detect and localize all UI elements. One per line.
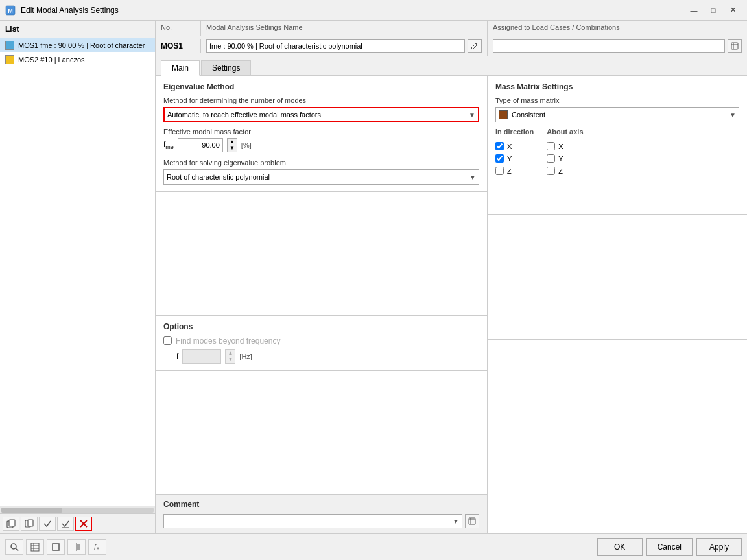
- about-y-item: Y: [547, 154, 583, 163]
- title-bar: M Edit Modal Analysis Settings — □ ✕: [0, 0, 747, 21]
- close-button[interactable]: ✕: [724, 3, 742, 18]
- name-input[interactable]: [206, 39, 465, 53]
- sidebar-tool-check1[interactable]: [39, 517, 56, 531]
- mass-matrix-title: Mass Matrix Settings: [495, 82, 739, 91]
- bottom-tool-table[interactable]: [26, 539, 44, 555]
- maximize-button[interactable]: □: [704, 3, 722, 18]
- sidebar-tool-delete[interactable]: [75, 517, 92, 531]
- app-icon: M: [5, 5, 16, 16]
- tab-settings[interactable]: Settings: [201, 60, 251, 75]
- find-modes-label: Find modes beyond frequency: [176, 336, 280, 345]
- sidebar-item-mos1[interactable]: MOS1 fme : 90.00 % | Root of character: [0, 38, 155, 52]
- comment-dropdown-arrow: ▼: [453, 518, 459, 525]
- method-dropdown[interactable]: Automatic, to reach effective modal mass…: [163, 107, 479, 122]
- options-section: Options Find modes beyond frequency f ▲ …: [156, 315, 487, 371]
- direction-y-item: Y: [495, 154, 534, 163]
- mass-type-label: Type of mass matrix: [495, 97, 739, 104]
- no-value: MOS1: [161, 41, 183, 51]
- comment-edit-button[interactable]: [465, 514, 479, 528]
- about-z-checkbox[interactable]: [547, 167, 555, 175]
- mass-type-dropdown[interactable]: Consistent ▼: [495, 107, 739, 122]
- about-x-item: X: [547, 142, 583, 150]
- solving-dropdown-value: Root of characteristic polynomial: [167, 173, 270, 181]
- tab-main[interactable]: Main: [161, 60, 200, 76]
- ok-button[interactable]: OK: [597, 538, 643, 556]
- svg-rect-10: [731, 43, 738, 49]
- f-input[interactable]: [182, 349, 221, 364]
- title-bar-text: Edit Modal Analysis Settings: [21, 6, 680, 15]
- direction-x-checkbox[interactable]: [495, 142, 504, 150]
- sidebar-scrollbar[interactable]: [0, 506, 155, 513]
- about-x-checkbox[interactable]: [547, 142, 555, 150]
- fme-label: fme: [163, 140, 174, 150]
- mass-type-arrow: ▼: [729, 111, 736, 119]
- minimize-button[interactable]: —: [685, 3, 703, 18]
- fme-unit: [%]: [241, 141, 252, 149]
- f-spin-down: ▼: [226, 356, 235, 363]
- apply-button[interactable]: Apply: [696, 538, 742, 556]
- options-title: Options: [163, 322, 479, 331]
- svg-rect-18: [31, 543, 39, 551]
- f-label: f: [176, 352, 178, 361]
- assigned-input[interactable]: [493, 39, 725, 53]
- fme-spin-up[interactable]: ▲: [228, 139, 237, 145]
- method-dropdown-arrow: ▼: [469, 111, 475, 119]
- sidebar-list: MOS1 fme : 90.00 % | Root of character M…: [0, 38, 155, 506]
- left-empty-panel: [156, 192, 487, 315]
- right-empty: [488, 215, 747, 340]
- about-axis-label: About axis: [547, 128, 583, 135]
- bottom-tool-tree[interactable]: [67, 539, 86, 555]
- fme-spin-down[interactable]: ▼: [228, 145, 237, 152]
- mos1-color: [5, 41, 14, 50]
- mos2-color: [5, 55, 14, 64]
- left-options-empty: [156, 371, 487, 495]
- mos1-label: MOS1 fme : 90.00 % | Root of character: [18, 41, 145, 49]
- direction-x-label: X: [507, 143, 512, 150]
- find-modes-checkbox[interactable]: [163, 336, 172, 345]
- fme-input[interactable]: [178, 138, 223, 152]
- bottom-tool-search[interactable]: [5, 539, 23, 555]
- solving-label: Method for solving eigenvalue problem: [163, 159, 479, 167]
- solving-dropdown[interactable]: Root of characteristic polynomial ▼: [163, 169, 479, 185]
- direction-z-checkbox[interactable]: [495, 167, 504, 175]
- bottom-tool-square[interactable]: [47, 539, 65, 555]
- eigenvalue-section: Eigenvalue Method Method for determining…: [156, 76, 487, 192]
- bottom-tool-formula[interactable]: fx: [88, 539, 106, 555]
- mass-matrix-panel: Mass Matrix Settings Type of mass matrix…: [488, 76, 747, 215]
- svg-rect-3: [9, 520, 15, 526]
- direction-y-checkbox[interactable]: [495, 154, 504, 163]
- no-column-header: No.: [161, 23, 195, 31]
- svg-rect-13: [469, 518, 475, 524]
- sidebar-item-mos2[interactable]: MOS2 #10 | Lanczos: [0, 52, 155, 67]
- fme-spinner[interactable]: ▲ ▼: [227, 138, 237, 152]
- comment-section: Comment ▼: [156, 494, 487, 533]
- content-area: No. Modal Analysis Settings Name Assigne…: [156, 21, 747, 533]
- sidebar-tool-copy2[interactable]: [21, 517, 38, 531]
- f-spin-up: ▲: [226, 350, 235, 356]
- sidebar-tool-copy1[interactable]: [3, 517, 19, 531]
- method-dropdown-value: Automatic, to reach effective modal mass…: [167, 111, 321, 119]
- sidebar-header: List: [0, 21, 155, 38]
- sidebar-tool-check2[interactable]: [57, 517, 74, 531]
- assigned-edit-button[interactable]: [728, 39, 742, 53]
- cancel-button[interactable]: Cancel: [646, 538, 693, 556]
- direction-z-label: Z: [507, 167, 512, 175]
- direction-y-label: Y: [507, 155, 512, 163]
- sidebar: List MOS1 fme : 90.00 % | Root of charac…: [0, 21, 156, 533]
- bottom-tools: fx: [5, 539, 593, 555]
- method-label: Method for determining the number of mod…: [163, 97, 479, 104]
- svg-rect-22: [53, 544, 59, 550]
- direction-z-item: Z: [495, 167, 534, 175]
- right-options-empty: [488, 339, 747, 533]
- about-z-label: Z: [558, 167, 563, 175]
- comment-dropdown[interactable]: ▼: [163, 514, 462, 528]
- name-edit-button[interactable]: [468, 39, 482, 53]
- tabs-row: Main Settings: [156, 56, 747, 76]
- solving-dropdown-arrow: ▼: [469, 174, 476, 181]
- svg-line-17: [16, 548, 18, 551]
- about-y-label: Y: [558, 155, 563, 163]
- about-y-checkbox[interactable]: [547, 154, 555, 163]
- direction-x-item: X: [495, 142, 534, 150]
- mos2-label: MOS2 #10 | Lanczos: [18, 56, 85, 64]
- bottom-bar: fx OK Cancel Apply: [0, 533, 747, 560]
